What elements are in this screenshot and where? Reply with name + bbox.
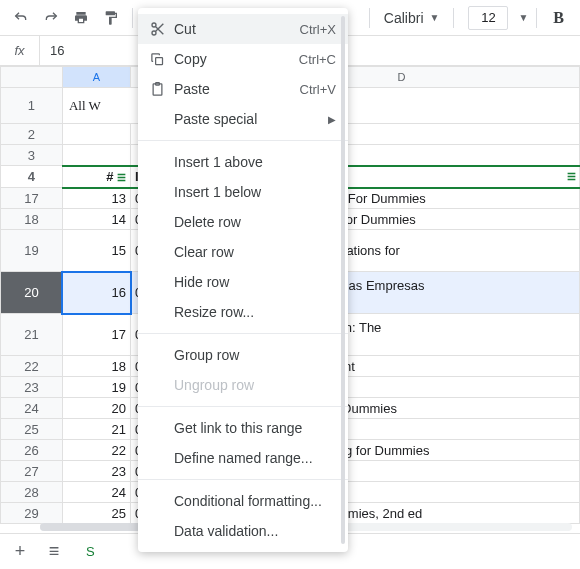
all-sheets-button[interactable]: ≡ [42, 541, 66, 562]
print-button[interactable] [68, 5, 94, 31]
row-header[interactable]: 28 [1, 482, 63, 503]
row-header[interactable]: 22 [1, 356, 63, 377]
menu-clear-row[interactable]: Clear row [138, 237, 348, 267]
menu-shortcut: Ctrl+C [299, 52, 336, 67]
cell[interactable]: 13 [62, 188, 130, 209]
cell[interactable]: 15 [62, 230, 130, 272]
menu-label: Group row [174, 347, 336, 363]
chevron-down-icon[interactable]: ▼ [518, 12, 528, 23]
menu-hide-row[interactable]: Hide row [138, 267, 348, 297]
scrollbar[interactable] [341, 16, 345, 544]
sheet-tab[interactable]: S [76, 534, 105, 570]
font-size-value: 12 [481, 10, 495, 25]
menu-label: Data validation... [174, 523, 336, 539]
bold-button[interactable]: B [545, 9, 572, 27]
row-header[interactable]: 1 [1, 88, 63, 124]
cell[interactable]: 14 [62, 209, 130, 230]
menu-label: Ungroup row [174, 377, 336, 393]
menu-label: Paste [174, 81, 300, 97]
paste-icon [150, 82, 174, 97]
row-header[interactable]: 21 [1, 314, 63, 356]
row-header[interactable]: 4 [1, 166, 63, 188]
cell[interactable]: 18 [62, 356, 130, 377]
menu-delete-row[interactable]: Delete row [138, 207, 348, 237]
menu-shortcut: Ctrl+V [300, 82, 336, 97]
menu-label: Clear row [174, 244, 336, 260]
menu-label: Conditional formatting... [174, 493, 336, 509]
menu-group-row[interactable]: Group row [138, 340, 348, 370]
context-menu: Cut Ctrl+X Copy Ctrl+C Paste Ctrl+V Past… [138, 8, 348, 552]
row-header[interactable]: 24 [1, 398, 63, 419]
menu-label: Resize row... [174, 304, 336, 320]
menu-separator [138, 479, 348, 480]
menu-data-validation[interactable]: Data validation... [138, 516, 348, 546]
cell[interactable]: 25 [62, 503, 130, 524]
menu-ungroup-row: Ungroup row [138, 370, 348, 400]
fx-label: fx [0, 36, 40, 65]
menu-label: Get link to this range [174, 420, 336, 436]
menu-conditional-formatting[interactable]: Conditional formatting... [138, 486, 348, 516]
row-header[interactable]: 25 [1, 419, 63, 440]
chevron-right-icon: ▶ [328, 114, 336, 125]
menu-get-link[interactable]: Get link to this range [138, 413, 348, 443]
font-name-label: Calibri [384, 10, 424, 26]
redo-button[interactable] [38, 5, 64, 31]
row-header[interactable]: 18 [1, 209, 63, 230]
row-header[interactable]: 2 [1, 124, 63, 145]
svg-point-1 [152, 31, 156, 35]
formula-value[interactable]: 16 [40, 43, 74, 58]
svg-point-0 [152, 23, 156, 27]
cell[interactable]: 17 [62, 314, 130, 356]
col-header-a[interactable]: A [62, 67, 130, 88]
menu-named-range[interactable]: Define named range... [138, 443, 348, 473]
menu-resize-row[interactable]: Resize row... [138, 297, 348, 327]
chevron-down-icon: ▼ [430, 12, 440, 23]
menu-label: Hide row [174, 274, 336, 290]
menu-copy[interactable]: Copy Ctrl+C [138, 44, 348, 74]
filter-icon[interactable]: ☰ [567, 171, 576, 182]
menu-label: Define named range... [174, 450, 336, 466]
menu-paste[interactable]: Paste Ctrl+V [138, 74, 348, 104]
separator [453, 8, 454, 28]
menu-separator [138, 406, 348, 407]
menu-separator [138, 140, 348, 141]
row-header[interactable]: 29 [1, 503, 63, 524]
font-size-input[interactable]: 12 [468, 6, 508, 30]
row-header[interactable]: 19 [1, 230, 63, 272]
cell-selected[interactable]: 16 [62, 272, 130, 314]
header-num[interactable]: # ☰ [62, 166, 130, 188]
font-selector[interactable]: Calibri ▼ [378, 5, 446, 31]
cell[interactable]: 21 [62, 419, 130, 440]
menu-label: Insert 1 above [174, 154, 336, 170]
cell[interactable]: 19 [62, 377, 130, 398]
separator [536, 8, 537, 28]
menu-shortcut: Ctrl+X [300, 22, 336, 37]
menu-label: Cut [174, 21, 300, 37]
menu-insert-below[interactable]: Insert 1 below [138, 177, 348, 207]
cell[interactable]: 20 [62, 398, 130, 419]
row-header[interactable]: 3 [1, 145, 63, 166]
paint-format-button[interactable] [98, 5, 124, 31]
row-header[interactable]: 17 [1, 188, 63, 209]
menu-label: Delete row [174, 214, 336, 230]
row-header[interactable]: 23 [1, 377, 63, 398]
menu-label: Insert 1 below [174, 184, 336, 200]
cell[interactable]: 23 [62, 461, 130, 482]
cell[interactable]: 24 [62, 482, 130, 503]
copy-icon [150, 52, 174, 67]
menu-cut[interactable]: Cut Ctrl+X [138, 14, 348, 44]
row-header[interactable]: 20 [1, 272, 63, 314]
add-sheet-button[interactable]: + [8, 541, 32, 562]
row-header[interactable]: 26 [1, 440, 63, 461]
menu-label: Copy [174, 51, 299, 67]
undo-button[interactable] [8, 5, 34, 31]
cut-icon [150, 21, 174, 37]
menu-insert-above[interactable]: Insert 1 above [138, 147, 348, 177]
row-header[interactable]: 27 [1, 461, 63, 482]
cell[interactable]: 22 [62, 440, 130, 461]
select-all-corner[interactable] [1, 67, 63, 88]
separator [369, 8, 370, 28]
filter-icon[interactable]: ☰ [117, 172, 126, 183]
svg-rect-4 [156, 57, 163, 64]
menu-paste-special[interactable]: Paste special ▶ [138, 104, 348, 134]
